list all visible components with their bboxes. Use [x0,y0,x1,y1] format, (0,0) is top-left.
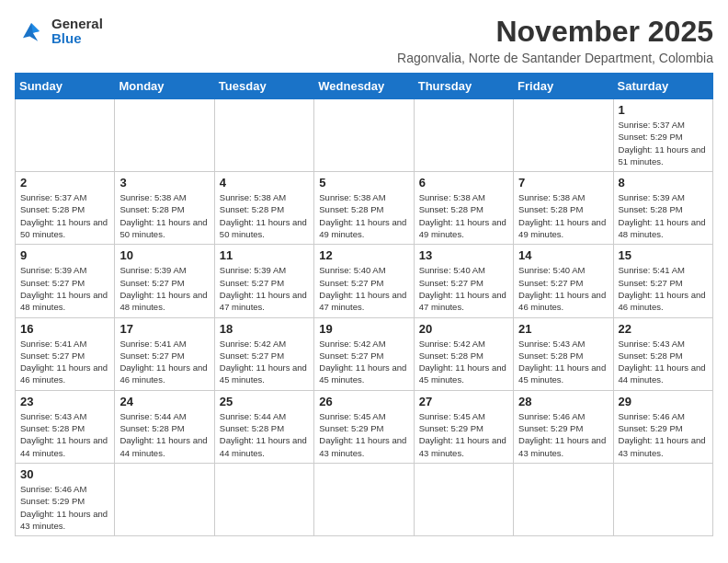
day-number: 30 [20,467,109,481]
day-info: Sunrise: 5:46 AM Sunset: 5:29 PM Dayligh… [20,483,109,532]
day-info: Sunrise: 5:38 AM Sunset: 5:28 PM Dayligh… [119,191,209,240]
calendar-cell: 25Sunrise: 5:44 AM Sunset: 5:28 PM Dayli… [214,390,313,463]
day-info: Sunrise: 5:43 AM Sunset: 5:28 PM Dayligh… [20,410,109,459]
day-number: 6 [419,176,508,190]
day-number: 17 [119,322,209,336]
weekday-header-row: SundayMondayTuesdayWednesdayThursdayFrid… [16,74,713,99]
calendar-cell: 16Sunrise: 5:41 AM Sunset: 5:27 PM Dayli… [16,317,115,390]
calendar-cell: 4Sunrise: 5:38 AM Sunset: 5:28 PM Daylig… [214,172,313,245]
day-info: Sunrise: 5:38 AM Sunset: 5:28 PM Dayligh… [319,191,408,240]
weekday-header-saturday: Saturday [613,74,712,99]
title-area: November 2025 Ragonvalia, Norte de Santa… [397,15,713,65]
day-info: Sunrise: 5:39 AM Sunset: 5:27 PM Dayligh… [220,264,309,313]
day-number: 29 [619,395,708,408]
day-info: Sunrise: 5:44 AM Sunset: 5:28 PM Dayligh… [119,410,209,459]
calendar-cell: 11Sunrise: 5:39 AM Sunset: 5:27 PM Dayli… [214,245,313,317]
day-number: 10 [119,248,209,262]
day-number: 1 [619,103,708,117]
day-info: Sunrise: 5:46 AM Sunset: 5:29 PM Dayligh… [518,410,608,459]
calendar-cell [414,99,513,172]
calendar-cell [115,99,214,172]
calendar-cell: 7Sunrise: 5:38 AM Sunset: 5:28 PM Daylig… [514,172,613,245]
logo-icon [15,15,48,48]
day-number: 8 [619,176,708,190]
calendar-cell: 10Sunrise: 5:39 AM Sunset: 5:27 PM Dayli… [115,245,214,317]
day-number: 9 [20,248,109,262]
day-number: 23 [20,395,109,408]
day-info: Sunrise: 5:39 AM Sunset: 5:27 PM Dayligh… [119,264,209,313]
calendar-cell: 26Sunrise: 5:45 AM Sunset: 5:29 PM Dayli… [314,390,414,463]
day-info: Sunrise: 5:37 AM Sunset: 5:29 PM Dayligh… [619,119,708,167]
day-number: 28 [518,395,608,408]
calendar-cell: 30Sunrise: 5:46 AM Sunset: 5:29 PM Dayli… [16,463,115,535]
calendar-cell [514,463,613,535]
calendar-cell: 2Sunrise: 5:37 AM Sunset: 5:28 PM Daylig… [16,172,115,245]
day-info: Sunrise: 5:39 AM Sunset: 5:27 PM Dayligh… [20,264,109,313]
day-number: 7 [518,176,608,190]
day-info: Sunrise: 5:42 AM Sunset: 5:28 PM Dayligh… [419,338,508,386]
calendar-cell: 27Sunrise: 5:45 AM Sunset: 5:29 PM Dayli… [414,390,513,463]
calendar-cell: 21Sunrise: 5:43 AM Sunset: 5:28 PM Dayli… [514,317,613,390]
calendar-cell [115,463,214,535]
calendar-week-5: 30Sunrise: 5:46 AM Sunset: 5:29 PM Dayli… [16,463,713,535]
calendar-cell: 18Sunrise: 5:42 AM Sunset: 5:27 PM Dayli… [214,317,313,390]
day-number: 11 [220,248,309,262]
calendar-cell [613,463,712,535]
day-number: 22 [619,322,708,336]
day-info: Sunrise: 5:43 AM Sunset: 5:28 PM Dayligh… [518,338,608,386]
calendar-cell: 6Sunrise: 5:38 AM Sunset: 5:28 PM Daylig… [414,172,513,245]
day-info: Sunrise: 5:40 AM Sunset: 5:27 PM Dayligh… [319,264,408,313]
calendar-cell: 28Sunrise: 5:46 AM Sunset: 5:29 PM Dayli… [514,390,613,463]
weekday-header-monday: Monday [115,74,214,99]
day-number: 15 [619,248,708,262]
day-number: 16 [20,322,109,336]
calendar-cell: 15Sunrise: 5:41 AM Sunset: 5:27 PM Dayli… [613,245,712,317]
weekday-header-sunday: Sunday [16,74,115,99]
calendar-cell: 29Sunrise: 5:46 AM Sunset: 5:29 PM Dayli… [613,390,712,463]
day-number: 4 [220,176,309,190]
day-number: 20 [419,322,508,336]
day-info: Sunrise: 5:41 AM Sunset: 5:27 PM Dayligh… [619,264,708,313]
calendar-week-4: 23Sunrise: 5:43 AM Sunset: 5:28 PM Dayli… [16,390,713,463]
day-info: Sunrise: 5:40 AM Sunset: 5:27 PM Dayligh… [518,264,608,313]
month-title: November 2025 [397,15,713,49]
weekday-header-tuesday: Tuesday [214,74,313,99]
weekday-header-thursday: Thursday [414,74,513,99]
calendar-cell: 3Sunrise: 5:38 AM Sunset: 5:28 PM Daylig… [115,172,214,245]
logo: GeneralBlue [15,15,103,48]
day-info: Sunrise: 5:38 AM Sunset: 5:28 PM Dayligh… [518,191,608,240]
day-number: 14 [518,248,608,262]
calendar-week-0: 1Sunrise: 5:37 AM Sunset: 5:29 PM Daylig… [16,99,713,172]
calendar-cell: 5Sunrise: 5:38 AM Sunset: 5:28 PM Daylig… [314,172,414,245]
calendar-table: SundayMondayTuesdayWednesdayThursdayFrid… [15,73,713,536]
calendar-cell [414,463,513,535]
calendar-cell: 1Sunrise: 5:37 AM Sunset: 5:29 PM Daylig… [613,99,712,172]
page-header: GeneralBlue November 2025 Ragonvalia, No… [15,15,713,65]
calendar-cell [514,99,613,172]
calendar-cell [16,99,115,172]
day-info: Sunrise: 5:38 AM Sunset: 5:28 PM Dayligh… [220,191,309,240]
day-info: Sunrise: 5:46 AM Sunset: 5:29 PM Dayligh… [619,410,708,459]
day-number: 2 [20,176,109,190]
calendar-cell [214,99,313,172]
calendar-cell: 13Sunrise: 5:40 AM Sunset: 5:27 PM Dayli… [414,245,513,317]
day-info: Sunrise: 5:43 AM Sunset: 5:28 PM Dayligh… [619,338,708,386]
calendar-cell: 23Sunrise: 5:43 AM Sunset: 5:28 PM Dayli… [16,390,115,463]
calendar-cell [314,463,414,535]
day-number: 24 [119,395,209,408]
calendar-body: 1Sunrise: 5:37 AM Sunset: 5:29 PM Daylig… [16,99,713,536]
day-info: Sunrise: 5:39 AM Sunset: 5:28 PM Dayligh… [619,191,708,240]
calendar-cell [314,99,414,172]
calendar-cell: 9Sunrise: 5:39 AM Sunset: 5:27 PM Daylig… [16,245,115,317]
calendar-cell: 19Sunrise: 5:42 AM Sunset: 5:27 PM Dayli… [314,317,414,390]
day-info: Sunrise: 5:37 AM Sunset: 5:28 PM Dayligh… [20,191,109,240]
calendar-cell: 8Sunrise: 5:39 AM Sunset: 5:28 PM Daylig… [613,172,712,245]
calendar-cell: 14Sunrise: 5:40 AM Sunset: 5:27 PM Dayli… [514,245,613,317]
calendar-week-2: 9Sunrise: 5:39 AM Sunset: 5:27 PM Daylig… [16,245,713,317]
day-number: 5 [319,176,408,190]
calendar-cell: 22Sunrise: 5:43 AM Sunset: 5:28 PM Dayli… [613,317,712,390]
weekday-header-wednesday: Wednesday [314,74,414,99]
day-number: 18 [220,322,309,336]
day-number: 3 [119,176,209,190]
day-info: Sunrise: 5:45 AM Sunset: 5:29 PM Dayligh… [319,410,408,459]
